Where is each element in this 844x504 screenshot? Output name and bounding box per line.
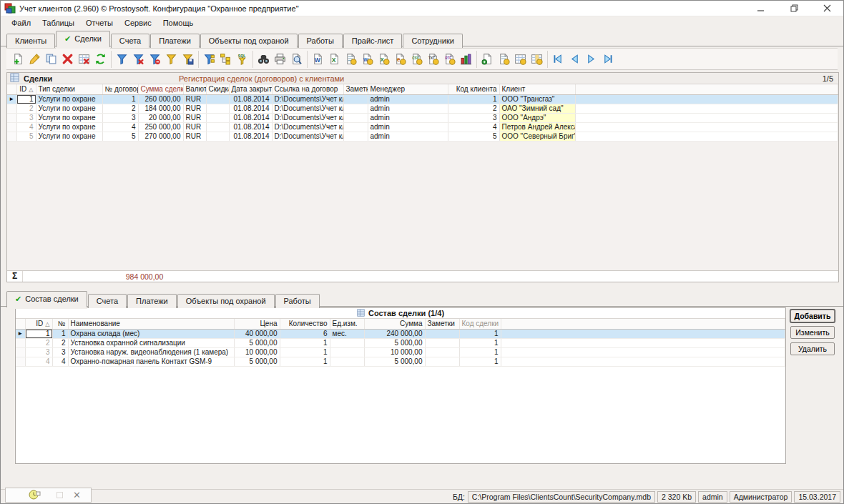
- column-header[interactable]: Заметки: [343, 84, 368, 94]
- menu-item-service[interactable]: Сервис: [119, 17, 157, 29]
- table-row[interactable]: 22Установка охранной сигнализации5 000,0…: [16, 338, 785, 347]
- export-word-coin-button[interactable]: W: [359, 51, 376, 67]
- menu-item-file[interactable]: Файл: [6, 17, 36, 29]
- export-rtf-coin-button[interactable]: RTF: [441, 51, 458, 67]
- cell-client[interactable]: ООО "Трансгаз": [499, 94, 575, 104]
- cell-contract_link[interactable]: D:\Documents\Учет кл: [272, 94, 343, 104]
- cell-discount[interactable]: [206, 132, 229, 141]
- cell-manager[interactable]: admin: [368, 132, 448, 141]
- tab-works[interactable]: Работы: [298, 34, 343, 48]
- cell-close_date[interactable]: 01.08.2014: [229, 94, 272, 104]
- add-button[interactable]: Добавить: [790, 310, 835, 322]
- cell-type[interactable]: Услуги по охране: [36, 104, 102, 113]
- cell-notes[interactable]: [425, 357, 459, 366]
- tab-deals[interactable]: ✔Сделки: [56, 31, 110, 47]
- cell-id[interactable]: 2: [16, 104, 36, 113]
- cell-manager[interactable]: admin: [368, 94, 448, 104]
- column-header[interactable]: Сумма: [364, 319, 425, 329]
- close-icon[interactable]: [810, 1, 843, 16]
- menu-item-tables[interactable]: Таблицы: [36, 17, 80, 29]
- cell-price[interactable]: 40 000,00: [234, 329, 280, 338]
- cell-id[interactable]: 1: [25, 329, 52, 338]
- cell-id[interactable]: 5: [16, 132, 36, 141]
- cell-contract_no[interactable]: 2: [102, 104, 138, 113]
- cell-sum[interactable]: 10 000,00: [364, 347, 425, 357]
- column-header[interactable]: Цена: [234, 319, 280, 329]
- filler-cell[interactable]: [501, 329, 785, 338]
- cell-contract_no[interactable]: 4: [102, 122, 138, 132]
- cell-sum[interactable]: 5 000,00: [364, 357, 425, 366]
- cell-amount[interactable]: 20 000,00: [138, 113, 183, 122]
- cell-deal_code[interactable]: 1: [459, 329, 501, 338]
- cell-no[interactable]: 3: [52, 347, 68, 357]
- cell-amount[interactable]: 184 000,00: [138, 104, 183, 113]
- export-excel-coin-button[interactable]: X: [376, 51, 392, 67]
- nav-next-button[interactable]: [583, 51, 599, 67]
- record-add-button[interactable]: [10, 51, 26, 67]
- restore-icon[interactable]: [777, 1, 810, 16]
- minimized-window[interactable]: ✕: [5, 488, 92, 503]
- cell-client_code[interactable]: 5: [448, 132, 499, 141]
- cell-client[interactable]: Петров Андрей Алексан: [499, 122, 575, 132]
- cell-manager[interactable]: admin: [368, 104, 448, 113]
- row-indicator-cell[interactable]: [16, 357, 25, 366]
- column-header[interactable]: Наименование: [68, 319, 234, 329]
- record-edit-button[interactable]: [26, 51, 43, 67]
- table-row[interactable]: ►11Охрана склада (мес)40 000,006мес.240 …: [16, 329, 785, 338]
- filter-remove-button[interactable]: [147, 51, 163, 67]
- row-indicator-cell[interactable]: [16, 347, 25, 357]
- cell-contract_link[interactable]: D:\Documents\Учет кл: [272, 132, 343, 141]
- filler-cell[interactable]: [575, 122, 838, 132]
- cell-client_code[interactable]: 4: [448, 122, 499, 132]
- column-header[interactable]: Скидка: [206, 84, 229, 94]
- tab-deal-composition[interactable]: ✔Состав сделки: [6, 291, 87, 307]
- cell-name[interactable]: Охранно-пожарная панель Контакт GSM-9: [68, 357, 234, 366]
- cell-notes[interactable]: [425, 338, 459, 347]
- column-header[interactable]: Клиент: [499, 84, 575, 94]
- cell-notes[interactable]: [343, 132, 368, 141]
- nav-prev-button[interactable]: [566, 51, 583, 67]
- cell-id[interactable]: 2: [25, 338, 52, 347]
- cell-close_date[interactable]: 01.08.2014: [229, 104, 272, 113]
- table-row[interactable]: 4Услуги по охране4250 000,00RUR01.08.201…: [7, 122, 838, 132]
- column-header[interactable]: № договора: [102, 84, 138, 94]
- cell-contract_no[interactable]: 3: [102, 113, 138, 122]
- cell-deal_code[interactable]: 1: [459, 357, 501, 366]
- tab-payments[interactable]: Платежи: [150, 34, 200, 48]
- table-delete-button[interactable]: [76, 51, 92, 67]
- cell-price[interactable]: 5 000,00: [234, 338, 280, 347]
- cell-currency[interactable]: RUR: [183, 122, 206, 132]
- column-header[interactable]: №: [52, 319, 68, 329]
- table-row[interactable]: 3Услуги по охране320 000,00RUR01.08.2014…: [7, 113, 838, 122]
- cell-id[interactable]: 1: [16, 94, 36, 104]
- column-header[interactable]: Менеджер: [368, 84, 448, 94]
- menu-item-help[interactable]: Помощь: [157, 17, 200, 29]
- column-header[interactable]: Количество: [280, 319, 330, 329]
- cell-qty[interactable]: 1: [280, 347, 330, 357]
- cell-notes[interactable]: [343, 104, 368, 113]
- row-indicator-cell[interactable]: ►: [16, 329, 25, 338]
- cell-client_code[interactable]: 1: [448, 94, 499, 104]
- tab-works[interactable]: Работы: [275, 294, 320, 308]
- tab-invoices[interactable]: Счета: [111, 34, 149, 48]
- cell-discount[interactable]: [206, 104, 229, 113]
- tab-invoices[interactable]: Счета: [88, 294, 127, 308]
- cell-amount[interactable]: 250 000,00: [138, 122, 183, 132]
- filler-cell[interactable]: [501, 347, 785, 357]
- column-header[interactable]: Ед.изм.: [330, 319, 364, 329]
- cell-client[interactable]: ООО "Андрэ": [499, 113, 575, 122]
- cell-notes[interactable]: [343, 113, 368, 122]
- export-txt-coin-button[interactable]: TXT: [425, 51, 441, 67]
- nav-last-button[interactable]: [599, 51, 616, 67]
- tab-employees[interactable]: Сотрудники: [403, 34, 463, 48]
- cell-name[interactable]: Установка наруж. видеонаблюдения (1 каме…: [68, 347, 234, 357]
- export-excel-button[interactable]: X: [326, 51, 343, 67]
- filler-cell[interactable]: [501, 357, 785, 366]
- cell-contract_link[interactable]: D:\Documents\Учет кл: [272, 113, 343, 122]
- cell-no[interactable]: 1: [52, 329, 68, 338]
- cell-unit[interactable]: мес.: [330, 329, 364, 338]
- filter-save-button[interactable]: [180, 51, 196, 67]
- cell-id[interactable]: 3: [16, 113, 36, 122]
- cell-unit[interactable]: [330, 357, 364, 366]
- table-row[interactable]: 5Услуги по охране5270 000,00RUR01.08.201…: [7, 132, 838, 141]
